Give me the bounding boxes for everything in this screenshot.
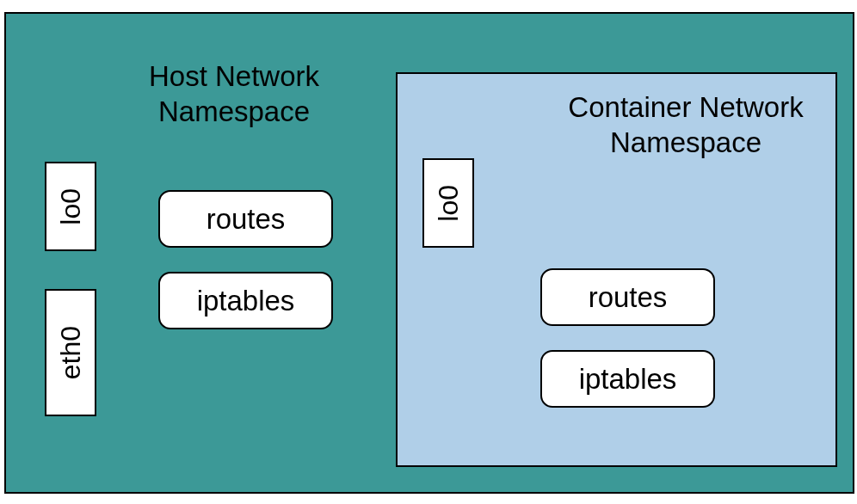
container-routes-box: routes: [540, 268, 715, 326]
host-iptables-label: iptables: [197, 285, 295, 317]
container-iptables-label: iptables: [579, 363, 677, 396]
host-interface-eth0-label: eth0: [55, 326, 87, 379]
host-interface-lo-box: lo0: [45, 162, 96, 251]
container-iptables-box: iptables: [540, 350, 715, 408]
host-interface-eth0-box: eth0: [45, 289, 96, 416]
host-network-namespace-box: Host Network Namespace Container Network…: [4, 12, 854, 494]
host-interface-lo-label: lo0: [55, 188, 87, 225]
host-iptables-box: iptables: [158, 272, 333, 329]
host-routes-box: routes: [158, 190, 333, 248]
container-interface-lo-box: lo0: [422, 158, 474, 248]
container-routes-label: routes: [589, 281, 668, 314]
host-title: Host Network Namespace: [114, 58, 355, 130]
container-title: Container Network Namespace: [565, 89, 806, 161]
container-interface-lo-label: lo0: [433, 185, 465, 222]
host-routes-label: routes: [207, 203, 286, 236]
